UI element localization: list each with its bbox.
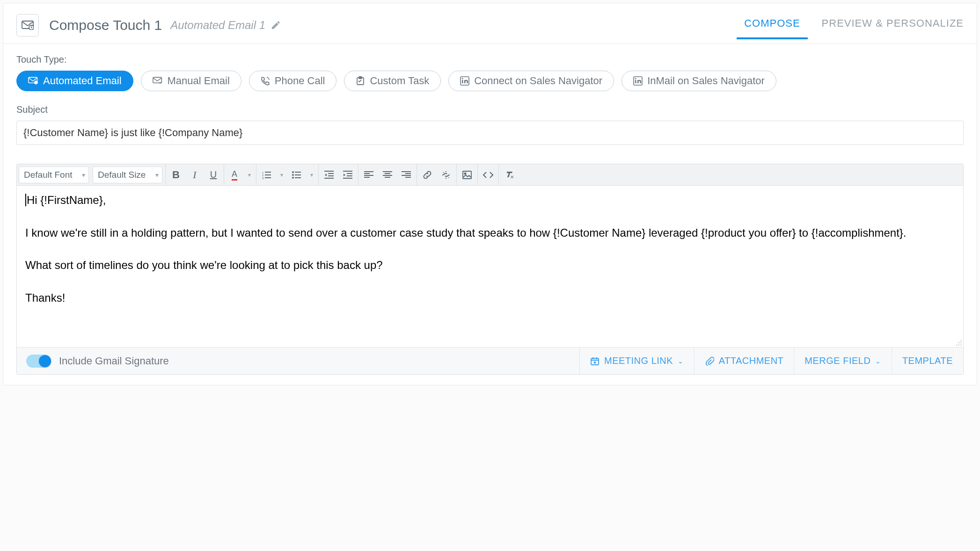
svg-rect-27 <box>328 175 334 176</box>
tab-preview-personalize[interactable]: PREVIEW & PERSONALIZE <box>822 12 964 39</box>
touch-type-custom-task[interactable]: Custom Task <box>344 71 441 91</box>
link-button[interactable] <box>418 164 437 186</box>
svg-rect-44 <box>405 177 411 178</box>
email-body-text: Hi {!FirstName}, I know we're still in a… <box>25 194 907 304</box>
svg-point-46 <box>464 173 466 174</box>
touch-type-automated-email[interactable]: Automated Email <box>16 71 133 91</box>
size-select[interactable]: Default Size <box>93 167 162 183</box>
svg-point-9 <box>462 78 463 80</box>
svg-rect-24 <box>295 177 301 178</box>
touch-type-label: Phone Call <box>275 75 325 87</box>
svg-rect-35 <box>364 175 373 176</box>
svg-point-49 <box>961 342 962 343</box>
italic-button[interactable]: I <box>185 164 204 186</box>
resize-grip-icon[interactable] <box>956 340 962 346</box>
font-select[interactable]: Default Font <box>19 167 89 183</box>
underline-button[interactable]: U <box>204 164 223 186</box>
header-tabs: COMPOSE PREVIEW & PERSONALIZE <box>744 12 964 39</box>
ordered-list-button[interactable]: 123 <box>257 164 276 186</box>
unordered-list-dropdown[interactable]: ▾ <box>306 164 317 186</box>
svg-point-53 <box>956 345 957 346</box>
svg-rect-22 <box>295 174 301 175</box>
subject-label: Subject <box>16 104 964 115</box>
svg-point-21 <box>292 174 294 176</box>
template-button[interactable]: TEMPLATE <box>892 348 963 374</box>
mail-auto-icon <box>28 77 38 85</box>
clear-format-button[interactable]: ✕ <box>500 164 519 186</box>
svg-rect-43 <box>402 175 411 176</box>
touch-type-sn-inmail[interactable]: InMail on Sales Navigator <box>622 71 776 91</box>
svg-rect-34 <box>364 173 370 174</box>
svg-rect-28 <box>324 178 334 179</box>
svg-rect-38 <box>385 173 390 174</box>
indent-button[interactable] <box>338 164 357 186</box>
svg-rect-25 <box>324 171 334 172</box>
ordered-list-dropdown[interactable]: ▾ <box>276 164 287 186</box>
gmail-signature-label: Include Gmail Signature <box>59 355 169 367</box>
svg-rect-36 <box>364 177 370 178</box>
mail-check-icon <box>153 77 163 85</box>
svg-rect-29 <box>343 171 352 172</box>
bold-button[interactable]: B <box>167 164 185 186</box>
touch-type-manual-email[interactable]: Manual Email <box>141 71 241 91</box>
touch-type-label: Touch Type: <box>16 54 964 65</box>
merge-field-button[interactable]: MERGE FIELD ⌄ <box>794 348 892 374</box>
svg-rect-39 <box>383 175 392 176</box>
svg-rect-45 <box>463 171 471 179</box>
unordered-list-button[interactable] <box>287 164 306 186</box>
svg-rect-26 <box>328 173 334 174</box>
editor-footer: Include Gmail Signature MEETING LINK ⌄ A… <box>17 347 963 374</box>
svg-point-51 <box>961 345 962 346</box>
svg-rect-41 <box>402 171 411 172</box>
chevron-down-icon: ⌄ <box>875 357 881 365</box>
svg-rect-33 <box>364 171 373 172</box>
touch-type-icon <box>16 14 39 36</box>
gmail-signature-toggle[interactable] <box>26 355 51 368</box>
svg-text:✕: ✕ <box>510 174 514 179</box>
compose-body: Touch Type: Automated EmailManual EmailP… <box>3 44 977 385</box>
svg-rect-4 <box>153 77 161 83</box>
svg-point-23 <box>292 177 294 179</box>
align-right-button[interactable] <box>397 164 416 186</box>
touch-type-sn-connect[interactable]: Connect on Sales Navigator <box>448 71 614 91</box>
outdent-button[interactable] <box>320 164 338 186</box>
compose-touch-panel: Compose Touch 1 Automated Email 1 COMPOS… <box>3 3 977 385</box>
svg-text:3: 3 <box>262 177 264 179</box>
email-body-editor[interactable]: Hi {!FirstName}, I know we're still in a… <box>17 186 963 347</box>
svg-rect-37 <box>383 171 392 172</box>
attachment-button[interactable]: ATTACHMENT <box>694 348 794 374</box>
edit-name-icon[interactable] <box>271 21 280 30</box>
header-bar: Compose Touch 1 Automated Email 1 COMPOS… <box>3 3 977 44</box>
svg-rect-55 <box>594 362 596 363</box>
task-icon <box>356 76 365 86</box>
svg-rect-32 <box>343 178 352 179</box>
touch-type-label: Custom Task <box>370 75 429 87</box>
rich-text-editor: Default Font Default Size B I U A ▾ 123 <box>16 164 964 375</box>
attachment-icon <box>705 356 714 366</box>
meeting-link-button[interactable]: MEETING LINK ⌄ <box>579 348 694 374</box>
text-color-button[interactable]: A <box>225 164 244 186</box>
svg-rect-31 <box>347 175 352 176</box>
phone-icon <box>261 76 270 86</box>
svg-rect-40 <box>385 177 390 178</box>
svg-point-19 <box>292 171 294 173</box>
svg-rect-42 <box>405 173 411 174</box>
svg-rect-18 <box>265 177 271 178</box>
touch-type-phone-call[interactable]: Phone Call <box>249 71 337 91</box>
code-view-button[interactable] <box>479 164 497 186</box>
svg-point-52 <box>958 345 959 346</box>
align-left-button[interactable] <box>359 164 378 186</box>
align-center-button[interactable] <box>378 164 397 186</box>
unlink-button[interactable] <box>437 164 455 186</box>
image-button[interactable] <box>458 164 476 186</box>
subject-input[interactable] <box>16 121 964 145</box>
tab-compose[interactable]: COMPOSE <box>744 12 800 39</box>
touch-type-selector: Automated EmailManual EmailPhone CallCus… <box>16 71 964 91</box>
svg-point-50 <box>958 342 959 343</box>
touch-type-label: Automated Email <box>43 75 122 87</box>
gmail-signature-toggle-wrap: Include Gmail Signature <box>17 348 169 374</box>
svg-rect-14 <box>265 172 271 173</box>
text-color-dropdown[interactable]: ▾ <box>244 164 255 186</box>
page-subtitle: Automated Email 1 <box>170 19 265 32</box>
svg-rect-8 <box>462 80 463 83</box>
